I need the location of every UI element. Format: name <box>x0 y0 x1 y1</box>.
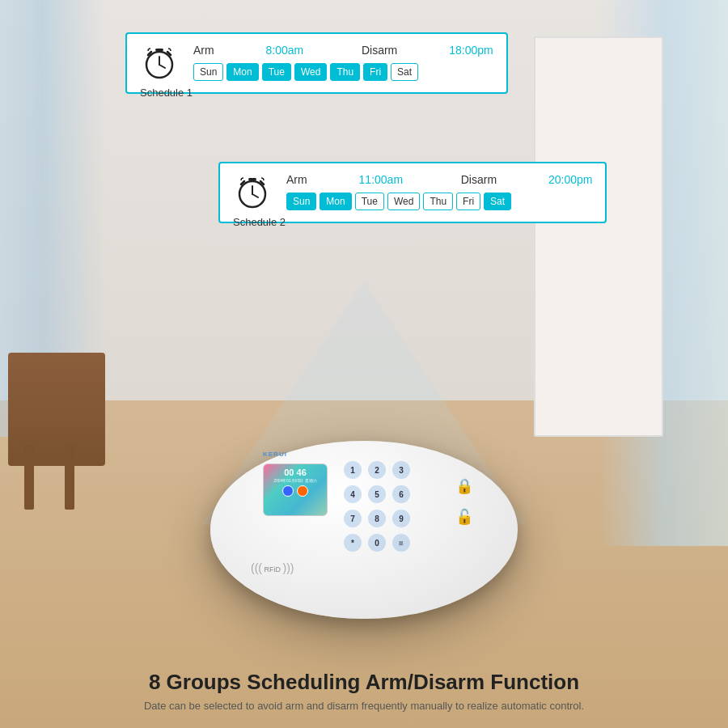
lock-icon-arm: 🔒 <box>455 477 473 495</box>
schedule1-days: SunMonTueWedThuFriSat <box>193 63 493 81</box>
schedule2-disarm-time: 20:00pm <box>548 173 592 186</box>
clock-icon-1 <box>140 44 179 83</box>
schedule-card-1: Schedule 1 Arm 8:00am Disarm 18:00pm Sun… <box>125 32 508 94</box>
schedule-card-2: Schedule 2 Arm 11:00am Disarm 20:00pm Su… <box>218 162 607 223</box>
schedule1-icon-area: Schedule 1 <box>140 44 179 83</box>
day-btn-tue[interactable]: Tue <box>262 63 291 81</box>
screen-time: 00 46 <box>267 468 324 478</box>
schedule2-arm-time: 11:00am <box>359 173 403 186</box>
device-container: KERUI 00 46 2004年01月03日 星期六 123456789*0≡… <box>210 441 518 619</box>
schedule2-days: SunMonTueWedThuFriSat <box>286 193 592 210</box>
lock-icon-disarm: 🔓 <box>455 508 473 526</box>
key-1[interactable]: 1 <box>344 461 362 479</box>
screen-icon-2 <box>297 485 308 497</box>
screen-icon-1 <box>282 485 294 497</box>
schedule1-times: Arm 8:00am Disarm 18:00pm <box>193 44 493 57</box>
device-body: KERUI 00 46 2004年01月03日 星期六 123456789*0≡… <box>210 441 518 619</box>
day-btn-thu[interactable]: Thu <box>330 63 360 81</box>
device-rfid: ((( RFiD ))) <box>251 561 294 574</box>
day-btn-mon[interactable]: Mon <box>320 193 351 210</box>
day-btn-sun[interactable]: Sun <box>193 63 223 81</box>
schedule2-disarm-label: Disarm <box>461 173 497 186</box>
schedule2-content: Arm 11:00am Disarm 20:00pm SunMonTueWedT… <box>286 173 592 210</box>
day-btn-sun[interactable]: Sun <box>286 193 316 210</box>
key-9[interactable]: 9 <box>392 510 410 527</box>
bottom-section: 8 Groups Scheduling Arm/Disarm Function … <box>0 670 728 712</box>
day-btn-fri[interactable]: Fri <box>363 63 387 81</box>
day-btn-tue[interactable]: Tue <box>355 193 384 210</box>
key-7[interactable]: 7 <box>344 510 362 527</box>
schedule1-disarm-time: 18:00pm <box>449 44 493 57</box>
day-btn-sat[interactable]: Sat <box>391 63 418 81</box>
svg-rect-11 <box>248 178 256 180</box>
schedule1-label: Schedule 1 <box>140 87 193 99</box>
day-btn-wed[interactable]: Wed <box>294 63 327 81</box>
key-5[interactable]: 5 <box>368 485 386 503</box>
key-6[interactable]: 6 <box>392 485 410 503</box>
schedule2-times: Arm 11:00am Disarm 20:00pm <box>286 173 592 186</box>
lock-icons: 🔒 🔓 <box>455 477 473 526</box>
schedule1-arm-time: 8:00am <box>266 44 304 57</box>
key-0[interactable]: 0 <box>368 534 386 552</box>
rfid-waves-2: ))) <box>283 561 294 574</box>
schedule1-disarm-label: Disarm <box>362 44 397 57</box>
key-≡[interactable]: ≡ <box>392 534 410 552</box>
svg-rect-5 <box>155 49 163 51</box>
day-btn-sat[interactable]: Sat <box>484 193 511 210</box>
schedule2-label: Schedule 2 <box>233 216 286 228</box>
main-title: 8 Groups Scheduling Arm/Disarm Function <box>0 670 728 695</box>
sub-title: Date can be selected to avoid arm and di… <box>0 700 728 712</box>
screen-content: 00 46 2004年01月03日 星期六 <box>264 464 327 500</box>
schedule2-icon-area: Schedule 2 <box>233 173 272 212</box>
schedule2-arm-label: Arm <box>286 173 307 186</box>
day-btn-fri[interactable]: Fri <box>456 193 480 210</box>
rfid-waves: ((( <box>251 561 262 574</box>
device-keypad: 123456789*0≡ <box>344 461 410 552</box>
device-screen: 00 46 2004年01月03日 星期六 <box>263 463 328 516</box>
schedule1-content: Arm 8:00am Disarm 18:00pm SunMonTueWedTh… <box>193 44 493 81</box>
schedule1-arm-label: Arm <box>193 44 214 57</box>
key-8[interactable]: 8 <box>368 510 386 527</box>
day-btn-wed[interactable]: Wed <box>387 193 420 210</box>
door <box>534 36 663 437</box>
table-leg-left <box>24 445 34 510</box>
side-table <box>8 353 105 466</box>
day-btn-mon[interactable]: Mon <box>226 63 258 81</box>
key-2[interactable]: 2 <box>368 461 386 479</box>
day-btn-thu[interactable]: Thu <box>423 193 453 210</box>
rfid-text: RFiD <box>265 565 281 574</box>
clock-icon-2 <box>233 173 272 212</box>
key-3[interactable]: 3 <box>392 461 410 479</box>
key-*[interactable]: * <box>344 534 362 552</box>
screen-date: 2004年01月03日 星期六 <box>267 478 324 484</box>
device-brand: KERUI <box>263 451 287 458</box>
key-4[interactable]: 4 <box>344 485 362 503</box>
table-leg-right <box>65 445 74 510</box>
